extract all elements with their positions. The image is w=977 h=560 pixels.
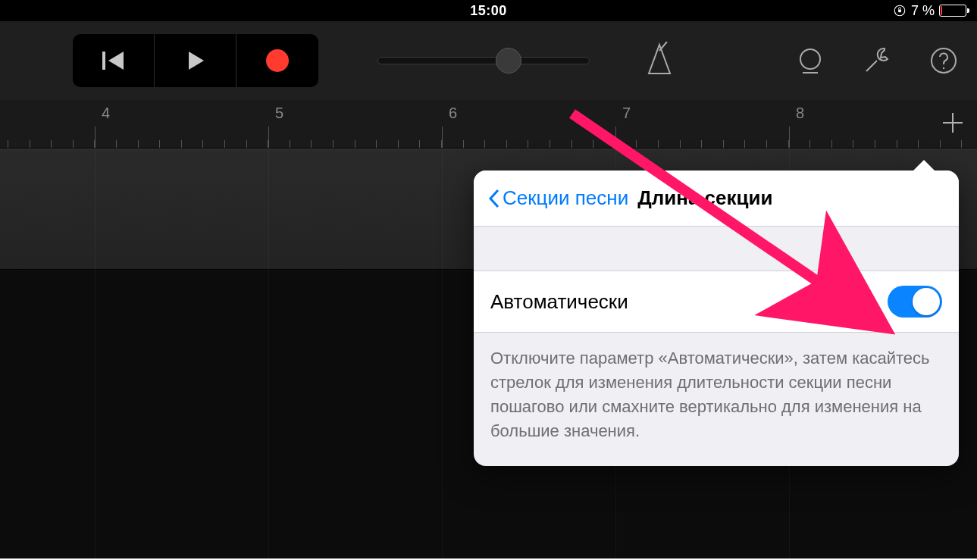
status-right: 7 % xyxy=(893,3,966,19)
svg-point-10 xyxy=(943,67,944,69)
record-button[interactable] xyxy=(236,34,318,87)
popover-header: Секции песни Длина секции xyxy=(474,171,959,227)
back-label: Секции песни xyxy=(503,186,628,210)
section-length-popover: Секции песни Длина секции Автоматически … xyxy=(474,171,959,466)
popover-title: Длина секции xyxy=(637,186,772,210)
scrub-handle[interactable] xyxy=(496,48,521,74)
battery-text: 7 % xyxy=(911,3,935,19)
play-button[interactable] xyxy=(155,34,236,87)
automatic-row[interactable]: Автоматически xyxy=(474,271,959,333)
ruler[interactable]: 4 5 6 7 8 (function(){ const r=document.… xyxy=(0,100,977,149)
toolbar-right xyxy=(795,21,959,100)
ruler-label: 4 xyxy=(102,105,110,122)
scrub-slider[interactable] xyxy=(377,57,590,64)
svg-point-7 xyxy=(800,49,820,69)
svg-marker-3 xyxy=(108,52,124,70)
automatic-switch[interactable] xyxy=(888,286,942,318)
switch-knob xyxy=(913,288,940,315)
svg-rect-2 xyxy=(102,52,105,70)
toolbar xyxy=(0,21,977,100)
battery-icon xyxy=(939,5,966,17)
help-icon[interactable] xyxy=(928,45,959,76)
record-icon xyxy=(266,49,289,72)
status-bar: 15:00 7 % xyxy=(0,0,977,21)
chevron-left-icon xyxy=(487,188,501,209)
skip-back-icon xyxy=(101,49,127,72)
ruler-label: 5 xyxy=(275,105,283,122)
ruler-label: 7 xyxy=(622,105,631,122)
add-section-button[interactable] xyxy=(938,108,968,138)
ruler-label: 8 xyxy=(796,105,804,122)
popover-spacer xyxy=(474,227,959,271)
automatic-label: Автоматически xyxy=(490,290,628,314)
plus-icon xyxy=(940,110,966,136)
rotation-lock-icon xyxy=(893,4,907,17)
metronome-icon[interactable] xyxy=(644,42,675,77)
status-time: 15:00 xyxy=(470,3,507,19)
transport-controls xyxy=(73,34,318,87)
ruler-label: 6 xyxy=(449,105,457,122)
rewind-button[interactable] xyxy=(73,34,155,87)
svg-rect-1 xyxy=(898,10,901,13)
play-icon xyxy=(184,49,207,72)
popover-description: Отключите параметр «Автоматически», зате… xyxy=(474,333,959,466)
svg-marker-5 xyxy=(649,45,670,74)
loop-icon[interactable] xyxy=(795,45,825,76)
back-button[interactable]: Секции песни xyxy=(487,186,628,210)
svg-marker-4 xyxy=(189,52,204,70)
wrench-icon[interactable] xyxy=(860,44,894,77)
battery-fill xyxy=(941,6,942,15)
